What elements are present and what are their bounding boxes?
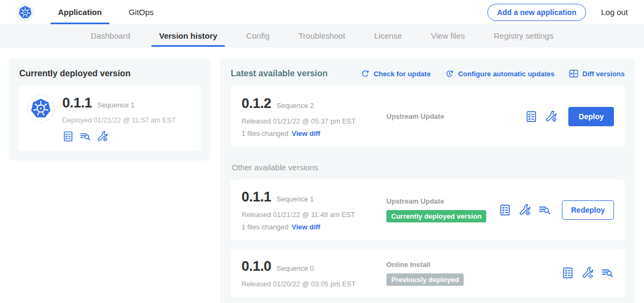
deploy-logs-icon[interactable] — [79, 131, 91, 142]
view-diff-link[interactable]: View diff — [291, 223, 320, 231]
currently-deployed-panel: Currently deployed version 0.1.1 Sequenc… — [9, 58, 210, 161]
subnav-troubleshoot[interactable]: Troubleshoot — [284, 25, 360, 47]
sequence-label: Sequence 1 — [276, 195, 313, 203]
app-logo — [27, 95, 55, 122]
version-card-0-1-2: 0.1.2 Sequence 2 Released 01/21/22 @ 05:… — [231, 86, 625, 147]
preflight-checks-icon[interactable] — [525, 110, 538, 123]
subnav-config-label: Config — [246, 31, 269, 40]
redeploy-button[interactable]: Redeploy — [562, 200, 614, 220]
deployed-version-card: 0.1.1 Sequence 1 Deployed 01/21/22 @ 11:… — [18, 86, 201, 151]
top-navbar: Application GitOps Add a new application… — [0, 0, 644, 25]
kubernetes-logo[interactable] — [16, 3, 34, 21]
logout-button[interactable]: Log out — [601, 8, 628, 17]
configure-automatic-updates-link[interactable]: Configure automatic updates — [445, 69, 554, 78]
available-versions-panel: Latest available version Check for updat… — [220, 58, 635, 303]
diff-versions-link[interactable]: Diff versions — [569, 69, 625, 78]
configure-automatic-updates-label: Configure automatic updates — [458, 70, 554, 78]
currently-deployed-badge: Currently deployed version — [386, 210, 486, 222]
subnav-license-label: License — [374, 31, 402, 40]
subnav-registry-settings-label: Registry settings — [494, 31, 553, 40]
edit-config-icon[interactable] — [518, 204, 531, 217]
deploy-logs-icon[interactable] — [601, 266, 614, 279]
schedule-icon — [445, 69, 454, 78]
check-for-update-label: Check for update — [374, 70, 430, 78]
subnav-troubleshoot-label: Troubleshoot — [298, 31, 345, 40]
subnav-view-files-label: View files — [431, 31, 465, 40]
kubernetes-icon — [18, 5, 32, 19]
subnav-version-history-label: Version history — [159, 31, 217, 40]
preflight-checks-icon[interactable] — [561, 266, 574, 279]
version-number: 0.1.2 — [241, 95, 271, 112]
topbar-spacer — [173, 0, 487, 24]
deployed-panel-title: Currently deployed version — [19, 69, 201, 78]
released-timestamp: Released 01/21/22 @ 05:37 pm EST — [241, 117, 382, 125]
diff-versions-label: Diff versions — [582, 70, 625, 78]
main-content: Currently deployed version 0.1.1 Sequenc… — [0, 47, 644, 303]
subnav-version-history[interactable]: Version history — [144, 25, 231, 47]
diff-icon — [569, 69, 579, 78]
view-config-icon[interactable] — [581, 266, 594, 279]
edit-config-icon[interactable] — [97, 131, 108, 142]
app-subnav: Dashboard Version history Config Trouble… — [0, 25, 644, 47]
sequence-label: Sequence 0 — [276, 264, 313, 272]
tab-gitops-label: GitOps — [129, 8, 154, 17]
preflight-checks-icon[interactable] — [62, 131, 74, 142]
subnav-view-files[interactable]: View files — [416, 25, 479, 47]
view-diff-link[interactable]: View diff — [291, 129, 320, 138]
previously-deployed-badge: Previously deployed — [386, 273, 464, 286]
kubernetes-icon — [30, 98, 52, 119]
version-number: 0.1.0 — [241, 258, 271, 275]
released-timestamp: Released 01/20/22 @ 03:05 pm EST — [241, 280, 382, 288]
deploy-button[interactable]: Deploy — [568, 107, 614, 126]
deployed-timestamp: Deployed 01/21/22 @ 11:57 am EST — [62, 116, 176, 124]
version-source-label: Online Install — [386, 261, 561, 269]
subnav-dashboard-label: Dashboard — [91, 31, 130, 40]
files-changed-label: 1 files changed — [241, 129, 288, 138]
edit-config-icon[interactable] — [545, 110, 558, 123]
deployed-version-number: 0.1.1 — [62, 95, 92, 111]
other-versions-title: Other available versions — [232, 163, 625, 172]
deploy-logs-icon[interactable] — [538, 204, 551, 217]
version-source-label: Upstream Update — [386, 197, 499, 205]
tab-application[interactable]: Application — [50, 0, 109, 24]
version-card-0-1-1: 0.1.1 Sequence 1 Released 01/21/22 @ 11:… — [231, 179, 625, 240]
version-card-0-1-0: 0.1.0 Sequence 0 Released 01/20/22 @ 03:… — [231, 249, 625, 297]
released-timestamp: Released 01/21/22 @ 11:48 am EST — [241, 211, 382, 219]
sequence-label: Sequence 2 — [276, 102, 313, 110]
preflight-checks-icon[interactable] — [499, 204, 511, 217]
subnav-license[interactable]: License — [360, 25, 416, 47]
add-application-button[interactable]: Add a new application — [487, 4, 586, 21]
subnav-registry-settings[interactable]: Registry settings — [479, 25, 568, 47]
version-number: 0.1.1 — [241, 189, 271, 205]
tab-gitops[interactable]: GitOps — [121, 0, 162, 24]
files-changed-label: 1 files changed — [241, 223, 288, 231]
deployed-sequence: Sequence 1 — [97, 101, 134, 109]
subnav-dashboard[interactable]: Dashboard — [76, 25, 144, 47]
check-for-update-link[interactable]: Check for update — [361, 69, 430, 78]
refresh-icon — [361, 69, 370, 78]
version-source-label: Upstream Update — [386, 112, 525, 120]
latest-available-title: Latest available version — [231, 69, 346, 78]
subnav-config[interactable]: Config — [232, 25, 284, 47]
tab-application-label: Application — [58, 8, 102, 17]
